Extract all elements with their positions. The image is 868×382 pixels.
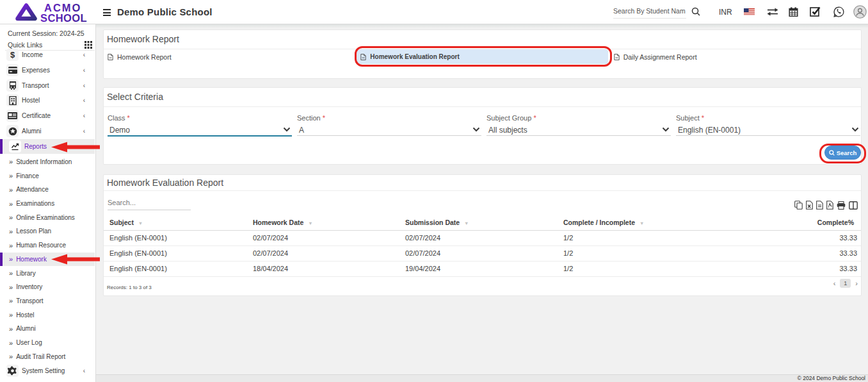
svg-text:SCHOOL: SCHOOL [40, 12, 87, 24]
